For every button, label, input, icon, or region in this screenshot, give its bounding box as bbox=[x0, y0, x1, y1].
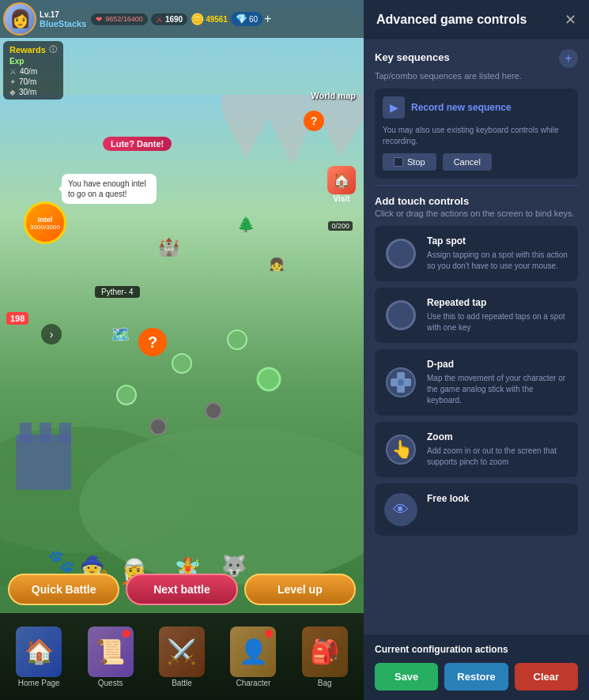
battle-icon: ⚔️ bbox=[167, 638, 196, 665]
panel-header: Advanced game controls ✕ bbox=[364, 0, 589, 40]
svg-point-4 bbox=[117, 386, 136, 405]
nav-quests[interactable]: 📜 Quests bbox=[88, 627, 134, 687]
nav-bag[interactable]: 🎒 Bag bbox=[302, 627, 348, 687]
config-buttons: Save Restore Clear bbox=[375, 663, 578, 691]
nav-home-label: Home Page bbox=[18, 679, 60, 687]
nav-bag-label: Bag bbox=[318, 679, 332, 687]
bag-icon: 🎒 bbox=[310, 638, 339, 665]
question-badge: ? bbox=[138, 328, 167, 356]
stop-label: Stop bbox=[407, 157, 425, 167]
svg-point-8 bbox=[150, 419, 166, 435]
reward-row-1: Exp bbox=[9, 57, 57, 66]
add-sequence-button[interactable]: + bbox=[559, 49, 578, 68]
restore-button[interactable]: Restore bbox=[444, 663, 508, 691]
player-level: Lv.17 bbox=[40, 10, 86, 19]
nav-battle-label: Battle bbox=[172, 679, 192, 687]
svg-rect-12 bbox=[40, 423, 51, 442]
arrow-button[interactable]: › bbox=[41, 324, 62, 344]
tap-spot-icon bbox=[384, 237, 417, 270]
svg-text:🌲: 🌲 bbox=[237, 216, 255, 233]
free-look-card[interactable]: 👁 Free look bbox=[375, 484, 578, 536]
nav-bag-icon-wrap: 🎒 bbox=[302, 627, 348, 677]
visit-area[interactable]: 🏠 Visit bbox=[327, 166, 356, 203]
level-up-button[interactable]: Level up bbox=[244, 574, 356, 605]
gold-value: 49561 bbox=[206, 15, 228, 24]
reward-row-exp: ✦ 70/m bbox=[9, 77, 57, 86]
close-button[interactable]: ✕ bbox=[564, 11, 576, 28]
quests-notification-dot bbox=[123, 630, 130, 638]
panel-content: Key sequences + Tap/combo sequences are … bbox=[364, 40, 589, 634]
nav-home[interactable]: 🏠 Home Page bbox=[16, 627, 62, 687]
cancel-button[interactable]: Cancel bbox=[443, 153, 492, 171]
quest-bubble: You have enough intel to go on a quest! bbox=[62, 174, 157, 204]
rewards-title: Rewards ⓘ bbox=[9, 44, 57, 55]
sword-icon: ⚔ bbox=[156, 15, 163, 24]
repeated-tap-name: Repeated tap bbox=[427, 297, 568, 308]
stop-checkbox bbox=[394, 157, 403, 167]
add-gems-button[interactable]: + bbox=[264, 12, 271, 26]
attack-value: 1690 bbox=[165, 15, 183, 24]
svg-rect-13 bbox=[59, 423, 71, 442]
key-sequences-section: Key sequences + Tap/combo sequences are … bbox=[364, 40, 589, 185]
intel-label: Intel bbox=[38, 216, 53, 224]
repeated-tap-circle bbox=[386, 300, 416, 330]
action-buttons: Quick Battle Next battle Level up bbox=[0, 574, 364, 605]
visit-icon: 🏠 bbox=[327, 166, 356, 194]
clear-button[interactable]: Clear bbox=[515, 663, 578, 691]
dpad-card[interactable]: D-pad Map the movement of your character… bbox=[375, 349, 578, 416]
svg-rect-26 bbox=[391, 378, 398, 386]
record-title: Record new sequence bbox=[411, 102, 512, 113]
key-sequences-header: Key sequences + bbox=[375, 49, 578, 68]
counter-0-200: 0/200 bbox=[328, 221, 353, 231]
svg-text:👆: 👆 bbox=[391, 438, 413, 460]
gem-value: 60 bbox=[249, 15, 258, 24]
next-battle-button[interactable]: Next battle bbox=[126, 574, 237, 605]
nav-home-icon-wrap: 🏠 bbox=[16, 627, 62, 677]
tap-spot-desc: Assign tapping on a spot with this actio… bbox=[427, 250, 568, 272]
svg-rect-10 bbox=[16, 435, 71, 490]
repeated-tap-card[interactable]: Repeated tap Use this to add repeated ta… bbox=[375, 288, 578, 343]
character-icon: 👤 bbox=[239, 638, 268, 665]
svg-text:👧: 👧 bbox=[269, 257, 285, 272]
rewards-panel: Rewards ⓘ Exp ⚔ 40/m ✦ 70/m ◆ 30/m bbox=[3, 41, 63, 100]
quick-battle-button[interactable]: Quick Battle bbox=[8, 574, 119, 605]
eye-icon: 👁 bbox=[393, 501, 409, 519]
pyther-label: Pyther- 4 bbox=[95, 286, 140, 298]
reward-exp-val: 70/m bbox=[19, 77, 36, 86]
save-button[interactable]: Save bbox=[375, 663, 438, 691]
gem-icon: 💎 bbox=[236, 13, 247, 24]
zoom-desc: Add zoom in or out to the screen that su… bbox=[427, 446, 568, 468]
config-title: Current configuration actions bbox=[375, 644, 578, 655]
repeated-tap-desc: Use this to add repeated taps on a spot … bbox=[427, 311, 568, 333]
tap-circle bbox=[386, 239, 416, 269]
gold-currency: 🪙 49561 bbox=[191, 13, 228, 25]
zoom-info: Zoom Add zoom in or out to the screen th… bbox=[427, 431, 568, 468]
reward-other-val: 30/m bbox=[19, 88, 36, 96]
svg-text:🏰: 🏰 bbox=[158, 236, 180, 258]
svg-point-9 bbox=[206, 403, 221, 419]
exp-label: Exp bbox=[9, 57, 24, 66]
zoom-svg: 👆 bbox=[386, 435, 416, 465]
visit-label: Visit bbox=[334, 194, 350, 203]
add-touch-controls-section: Add touch controls Click or drag the act… bbox=[364, 186, 589, 548]
hp-value: 9652/16400 bbox=[105, 15, 143, 23]
zoom-card[interactable]: 👆 Zoom Add zoom in or out to the screen … bbox=[375, 422, 578, 477]
avatar: 👩 bbox=[3, 2, 36, 36]
home-icon: 🏠 bbox=[25, 638, 54, 665]
reward-row-other: ◆ 30/m bbox=[9, 88, 57, 96]
nav-character-icon-wrap: 👤 bbox=[230, 627, 276, 677]
record-icon: ▶ bbox=[383, 96, 405, 119]
quests-icon: 📜 bbox=[96, 638, 125, 665]
dpad-name: D-pad bbox=[427, 359, 568, 370]
info-icon: ⓘ bbox=[49, 44, 57, 55]
tap-spot-card[interactable]: Tap spot Assign tapping on a spot with t… bbox=[375, 226, 578, 281]
nav-character[interactable]: 👤 Character bbox=[230, 627, 276, 687]
add-touch-title: Add touch controls bbox=[375, 195, 578, 207]
stop-button[interactable]: Stop bbox=[383, 153, 436, 171]
free-look-icon: 👁 bbox=[384, 493, 417, 526]
svg-text:🗺️: 🗺️ bbox=[111, 325, 130, 344]
nav-battle[interactable]: ⚔️ Battle bbox=[159, 627, 205, 687]
config-section: Current configuration actions Save Resto… bbox=[364, 634, 589, 700]
reward-attack-val: 40/m bbox=[20, 67, 37, 76]
game-panel: 🐾 🧙 🧝 🧚 🐺 🏰 🌲 🗺️ 👧 👩 Lv.17 BlueStacks ❤ … bbox=[0, 0, 364, 700]
